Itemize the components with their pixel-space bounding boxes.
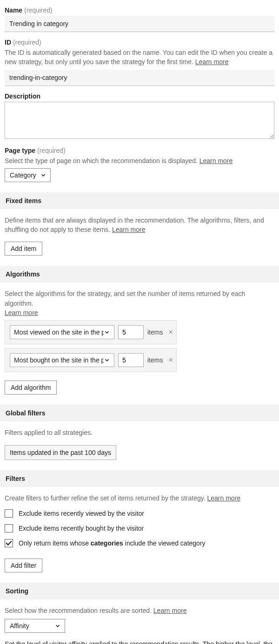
filter-checkbox[interactable] [5,539,13,547]
filter-label: Exclude items recently viewed by the vis… [19,510,144,517]
algorithm-select[interactable]: Most bought on the site in the past N da… [10,353,114,367]
remove-algorithm-icon[interactable]: × [166,328,174,336]
filter-checkbox[interactable] [5,509,13,518]
name-field: Name (required) [5,7,274,32]
chevron-down-icon [40,172,46,178]
fixed-items-help: Define items that are always displayed i… [5,216,274,235]
fixed-items-learn-more-link[interactable]: Learn more [112,226,146,233]
id-help: The ID is automatically generated based … [5,48,274,67]
fixed-items-header: Fixed items [0,192,279,209]
global-filters-body: Filters applied to all strategies. Items… [5,421,274,460]
filters-help: Create filters to further refine the set… [5,493,274,503]
global-filters-header: Global filters [0,405,279,421]
sorting-help: Select how the recommendation results ar… [5,606,274,615]
algorithms-body: Select the algorithms for the strategy, … [5,283,274,394]
items-label: items [147,329,163,336]
algorithms-learn-more-link[interactable]: Learn more [5,309,38,316]
algorithm-count-input[interactable] [118,325,144,339]
sorting-header: Sorting [0,583,279,599]
algorithm-row: Most bought on the site in the past N da… [5,348,177,372]
add-item-button[interactable]: Add item [5,242,42,256]
id-field: ID (required) The ID is automatically ge… [5,39,274,86]
algorithm-count-input[interactable] [118,353,144,367]
id-input[interactable] [5,70,274,86]
page-type-field: Page type (required) Select the type of … [5,147,274,182]
algorithms-help: Select the algorithms for the strategy, … [5,289,274,317]
add-filter-button[interactable]: Add filter [5,559,42,572]
page-type-learn-more-link[interactable]: Learn more [199,157,233,164]
chevron-down-icon [54,623,61,629]
algorithm-row: Most viewed on the site in the past N da… [5,320,177,344]
description-input[interactable] [5,102,274,139]
id-learn-more-link[interactable]: Learn more [195,58,229,66]
remove-algorithm-icon[interactable]: × [166,356,174,364]
sorting-learn-more-link[interactable]: Learn more [153,607,187,614]
name-input[interactable] [5,16,274,32]
filter-row: Exclude items recently bought by the vis… [5,524,274,532]
fixed-items-body: Define items that are always displayed i… [5,209,274,256]
page-type-select[interactable]: Category [5,168,51,182]
filter-checkbox[interactable] [5,524,13,532]
description-field: Description [5,92,274,140]
name-label: Name (required) [5,7,274,14]
page-type-help: Select the type of page on which the rec… [5,156,274,165]
chevron-down-icon [104,357,110,363]
filters-body: Create filters to further refine the set… [5,487,274,572]
page-type-label: Page type (required) [5,147,274,154]
affinity-help: Set the level of visitor affinity applie… [5,639,274,644]
description-label: Description [5,92,274,100]
chevron-down-icon [104,329,110,335]
id-label: ID (required) [5,39,274,46]
sorting-select[interactable]: Affinity [5,619,65,633]
items-label: items [147,356,163,364]
sorting-body: Select how the recommendation results ar… [5,599,274,644]
filter-row: Only return items whose categories inclu… [5,539,274,547]
algorithm-select[interactable]: Most viewed on the site in the past N da… [10,325,114,339]
filter-label: Exclude items recently bought by the vis… [19,525,144,532]
add-algorithm-button[interactable]: Add algorithm [5,381,57,394]
global-filter-chip[interactable]: Items updated in the past 100 days [5,445,116,460]
algorithms-header: Algorithms [0,266,279,283]
filter-label: Only return items whose categories inclu… [19,539,206,547]
filters-header: Filters [0,470,279,487]
filters-learn-more-link[interactable]: Learn more [207,494,241,502]
global-filters-help: Filters applied to all strategies. [5,428,274,437]
filter-row: Exclude items recently viewed by the vis… [5,509,274,518]
